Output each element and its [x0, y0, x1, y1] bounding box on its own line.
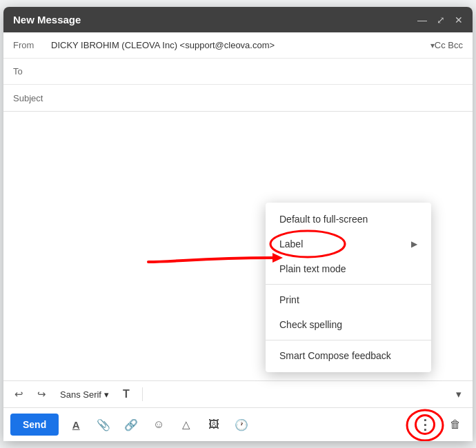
label-submenu-arrow: ▶: [411, 239, 417, 249]
menu-item-label[interactable]: Label ▶: [266, 232, 431, 256]
menu-item-print[interactable]: Print: [266, 287, 431, 312]
more-options-button[interactable]: ⋮: [415, 414, 435, 435]
schedule-send-button[interactable]: 🕐: [231, 414, 252, 435]
clock-icon: 🕐: [235, 418, 248, 431]
drive-icon: △: [182, 418, 190, 431]
more-options-container: ⋮: [415, 414, 435, 435]
to-row: To: [3, 59, 473, 85]
redo-icon: ↪: [37, 388, 46, 400]
undo-button[interactable]: ↩: [10, 385, 28, 403]
trash-icon: 🗑: [450, 418, 461, 431]
font-name: Sans Serif: [60, 389, 101, 400]
photo-icon: 🖼: [208, 418, 219, 431]
send-button[interactable]: Send: [10, 414, 59, 436]
attach-file-button[interactable]: 📎: [93, 414, 114, 435]
context-menu: Default to full-screen Label ▶ Plain tex…: [266, 203, 431, 372]
chevron-down-icon: ▾: [456, 388, 462, 400]
subject-row: Subject: [3, 85, 473, 111]
paperclip-icon: 📎: [97, 418, 110, 431]
formatting-toolbar: ↩ ↪ Sans Serif ▾ T ▾: [3, 380, 473, 407]
from-row: From DICKY IBROHIM (CLEOVA Inc) <support…: [3, 32, 473, 59]
from-left: DICKY IBROHIM (CLEOVA Inc) <support@cleo…: [51, 40, 435, 50]
title-bar: New Message — ⤢ ✕: [3, 7, 473, 32]
from-label: From: [13, 40, 51, 50]
to-input[interactable]: [51, 66, 463, 77]
maximize-button[interactable]: ⤢: [437, 15, 445, 25]
menu-item-label-label: Label: [279, 238, 303, 250]
more-options-icon: ⋮: [418, 416, 432, 433]
menu-item-check-spelling[interactable]: Check spelling: [266, 312, 431, 337]
format-text-button[interactable]: A: [66, 414, 86, 435]
menu-item-smart-compose-label: Smart Compose feedback: [279, 350, 391, 361]
discard-button[interactable]: 🗑: [445, 414, 466, 435]
font-selector[interactable]: Sans Serif ▾: [56, 387, 113, 403]
drive-button[interactable]: △: [176, 414, 197, 435]
from-value: DICKY IBROHIM (CLEOVA Inc) <support@cleo…: [51, 40, 428, 50]
insert-emoji-button[interactable]: ☺: [148, 414, 169, 435]
subject-label: Subject: [13, 93, 51, 103]
minimize-button[interactable]: —: [417, 15, 427, 25]
font-dropdown-arrow: ▾: [104, 389, 109, 400]
menu-item-smart-compose[interactable]: Smart Compose feedback: [266, 343, 431, 368]
format-text-icon: A: [72, 419, 80, 431]
redo-button[interactable]: ↪: [33, 385, 50, 403]
menu-item-fullscreen[interactable]: Default to full-screen: [266, 207, 431, 232]
menu-item-plain-text-label: Plain text mode: [279, 263, 346, 274]
title-bar-controls: — ⤢ ✕: [417, 15, 463, 25]
menu-item-plain-text[interactable]: Plain text mode: [266, 256, 431, 281]
insert-photo-button[interactable]: 🖼: [204, 414, 224, 435]
menu-item-print-label: Print: [279, 294, 299, 305]
menu-item-check-spelling-label: Check spelling: [279, 319, 342, 330]
window-title: New Message: [13, 14, 81, 26]
text-size-button[interactable]: T: [119, 385, 134, 403]
menu-divider-1: [266, 284, 431, 285]
toolbar-divider: [142, 387, 143, 401]
menu-divider-2: [266, 340, 431, 340]
undo-icon: ↩: [14, 388, 23, 400]
cc-bcc-button[interactable]: Cc Bcc: [435, 40, 463, 50]
footer-row: Send A 📎 🔗 ☺ △ 🖼 🕐 ⋮: [3, 407, 473, 441]
insert-link-button[interactable]: 🔗: [121, 414, 141, 435]
compose-window: New Message — ⤢ ✕ From DICKY IBROHIM (CL…: [3, 7, 473, 441]
to-label: To: [13, 66, 51, 77]
text-size-icon: T: [123, 388, 130, 400]
emoji-icon: ☺: [153, 418, 164, 431]
subject-input[interactable]: [51, 93, 463, 103]
close-button[interactable]: ✕: [455, 15, 463, 25]
link-icon: 🔗: [124, 418, 138, 431]
menu-item-fullscreen-label: Default to full-screen: [279, 214, 368, 225]
toolbar-dropdown-button[interactable]: ▾: [452, 385, 466, 403]
compose-header: From DICKY IBROHIM (CLEOVA Inc) <support…: [3, 32, 473, 112]
